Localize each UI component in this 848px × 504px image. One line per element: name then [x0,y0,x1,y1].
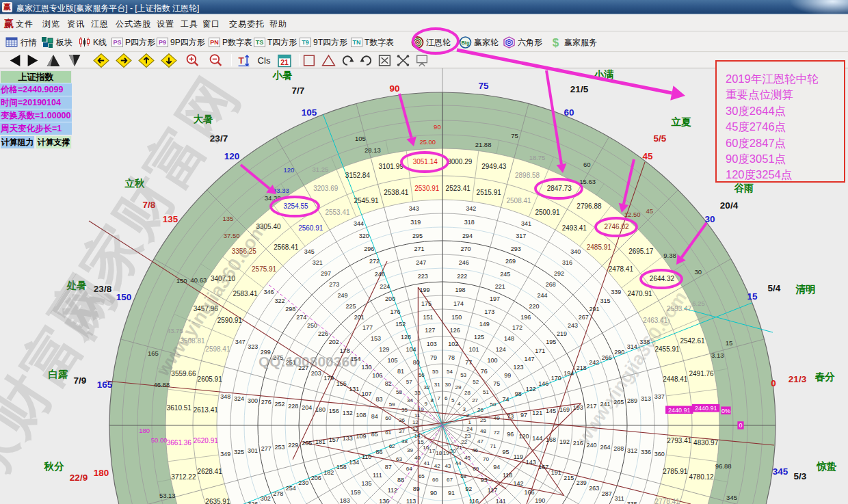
wheel-value: 2500.91 [535,209,560,216]
wheel-number: 205 [302,440,312,447]
wheel-number: 247 [416,259,426,266]
wheel-number: 222 [457,273,467,280]
outer-degree-label: 90 [389,83,399,94]
toolbar-button-label: 9P四方形 [170,37,205,49]
wheel-number: 290 [614,349,624,356]
wheel-number: 190 [535,497,545,504]
triangle-tool-icon[interactable] [321,53,337,68]
rotate-ccw-icon[interactable] [340,53,356,68]
toolbar-button-赢家服务[interactable]: $赢家服务 [549,35,597,50]
menu-item-4[interactable]: 江恩 [91,18,109,30]
wheel-number: 199 [419,287,429,293]
wheel-number: 12 [412,419,419,425]
wheel-number: 254 [286,485,296,492]
rotate-cw-icon[interactable] [358,53,375,68]
calendar-icon[interactable]: 21 [276,53,293,68]
wheel-value: 3.13 [711,352,724,359]
zoom-in-icon[interactable] [185,53,201,68]
calc-support-button[interactable]: 计算支撑 [36,135,72,149]
toolbar-button-P四方形[interactable]: PSP四方形 [111,35,155,50]
wheel-number: 169 [559,406,570,413]
wheel-number: 289 [627,397,637,404]
toolbar-button-label: P四方形 [125,37,155,49]
wheel-number: 150 [451,314,462,321]
menu-item-6[interactable]: 设置 [157,18,174,30]
toolbar-button-P数字表[interactable]: PNP数字表 [209,35,252,50]
wheel-number: 89 [413,486,420,492]
wheel-number: 121 [532,410,542,416]
rotate-left-tri-icon[interactable] [45,53,62,68]
menu-item-3[interactable]: 资讯 [67,18,85,30]
wheel-number: 51 [483,389,489,395]
wheel-number: 272 [369,258,380,265]
menu-item-5[interactable]: 公式选股 [116,18,151,30]
wheel-number: 31 [434,382,440,388]
zoom-out-icon[interactable] [208,53,224,68]
wheel-number: 39 [407,447,413,453]
wheel-value: 2605.91 [198,375,223,383]
wheel-value: 2613.41 [194,406,219,414]
toolbar-button-板块[interactable]: 板块 [41,35,72,50]
wheel-number: 129 [379,346,389,353]
toolbar-button-K线[interactable]: K线 [78,35,107,50]
wheel-number: 27 [472,397,478,403]
wheel-number: 49 [494,415,500,421]
toolbar-button-label: 赢家轮 [474,37,499,49]
menu-item-10[interactable]: 帮助 [269,18,287,30]
wheel-number: 13 [412,426,419,432]
wheel-number: 204 [302,404,312,411]
menu-item-9[interactable]: 交易委托 [229,18,265,30]
next-page-icon[interactable] [25,53,41,68]
wheel-number: 226 [318,330,328,337]
wheel-number: 62 [389,443,395,449]
wheel-number: 200 [385,295,395,302]
cls-icon[interactable]: Cls [256,53,272,68]
rotate-right-tri-icon[interactable] [66,53,82,68]
toolbar-button-9P四方形[interactable]: P99P四方形 [157,35,205,50]
toolbar-button-T数字表[interactable]: TNT数字表 [351,35,394,50]
fit-cross-icon[interactable] [395,53,412,68]
pn-box-icon: PN [209,38,220,47]
wheel-number: 106 [372,372,382,379]
easel-icon[interactable] [414,53,430,68]
toolbar-button-赢家轮[interactable]: Big赢家轮 [459,35,499,50]
wheel-number: 242 [589,359,599,366]
prev-page-icon[interactable] [7,53,23,68]
toolbar-button-行情[interactable]: 行情 [5,35,37,50]
calc-resistance-button[interactable]: 计算阻力 [0,135,35,149]
wheel-number: 58 [396,389,402,395]
wheel-number: 94 [493,464,500,470]
square-tool-icon[interactable] [302,53,318,68]
price-scale-icon[interactable]: T [236,53,252,68]
menu-item-8[interactable]: 窗口 [202,18,220,30]
diamond-up-icon[interactable] [138,53,155,68]
wheel-number: 112 [388,487,397,494]
toolbar-button-9T四方形[interactable]: T99T四方形 [300,35,347,50]
wheel-number: 276 [261,399,271,406]
boxed-x-icon[interactable] [377,53,393,68]
outer-date-label: 7/7 [292,85,305,96]
wheel-value: 2598.41 [205,345,230,353]
toolbar-button-T四方形[interactable]: TST四方形 [254,35,297,50]
wheel-value: 2560.91 [298,224,323,232]
wheel-value: 2440.91 [695,405,717,412]
toolbar-button-六角形[interactable]: 六角形 [503,35,542,50]
menu-item-2[interactable]: 浏览 [42,18,60,30]
window-controls-glow [745,0,848,14]
wheel-number: 80 [413,359,420,366]
wheel-value: 2538.41 [384,189,409,196]
wheel-number: 41 [424,460,430,466]
wheel-number: 124 [496,346,506,353]
diamond-down-icon[interactable] [161,53,177,68]
toolbar-button-label: 赢家服务 [564,37,597,49]
diamond-left-icon[interactable] [93,53,109,68]
title-bar[interactable]: 赢 赢家江恩专业版[赢家服务平台] - [上证指数 江恩轮] [0,0,848,14]
diamond-right-icon[interactable] [116,53,132,68]
menu-item-7[interactable]: 工具 [181,18,198,30]
wheel-value: 3610.51 [167,404,192,412]
wheel-number: 288 [613,445,624,452]
toolbar-button-江恩轮[interactable]: 江恩轮 [411,35,451,50]
wheel-number: 98 [515,390,522,397]
menu-item-1[interactable]: 文件 [16,18,34,30]
wheel-number: 136 [379,498,389,504]
